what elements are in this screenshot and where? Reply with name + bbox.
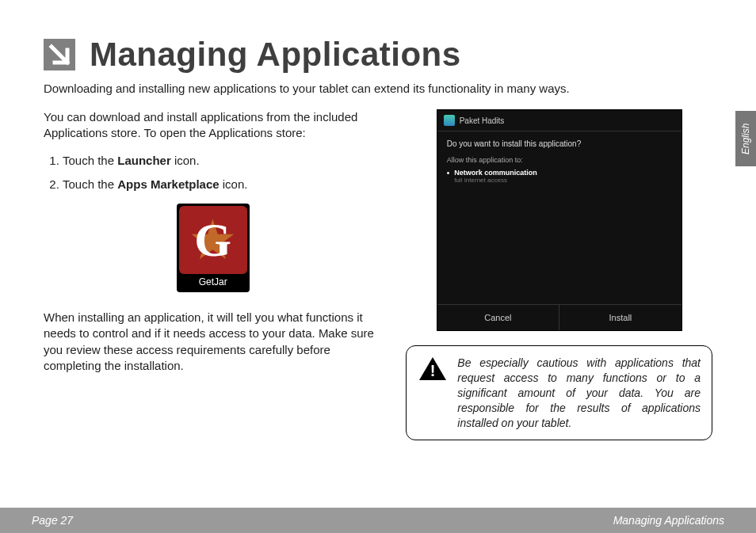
step-1: Touch the Launcher icon.: [63, 153, 382, 169]
step-2: Touch the Apps Marketplace icon.: [63, 177, 382, 192]
caution-text: Be especially cautious with applications…: [457, 356, 701, 430]
footer-section: Managing Applications: [613, 514, 724, 527]
svg-text:!: !: [430, 362, 436, 379]
caution-box: ! Be especially cautious with applicatio…: [406, 345, 712, 440]
allow-label: Allow this application to:: [447, 156, 672, 164]
language-tab[interactable]: English: [735, 111, 756, 166]
permission-title: Network communication: [454, 169, 537, 177]
arrow-down-right-icon: [44, 39, 75, 70]
g-letter: G: [194, 208, 231, 272]
install-dialog-screenshot: Paket Hadits Do you want to install this…: [437, 109, 682, 331]
app-name: Paket Hadits: [460, 116, 505, 125]
page-number: Page 27: [32, 514, 73, 527]
install-note: When installing an application, it will …: [44, 310, 382, 374]
intro-text: Downloading and installing new applicati…: [44, 82, 712, 95]
page-title: Managing Applications: [90, 36, 461, 74]
install-question: Do you want to install this application?: [447, 139, 672, 148]
lead-paragraph: You can download and install application…: [44, 109, 382, 142]
warning-icon: !: [418, 356, 448, 383]
bullet-icon: •: [447, 169, 450, 177]
app-icon: [444, 115, 455, 126]
permission-sub: full Internet access: [454, 177, 537, 184]
install-button[interactable]: Install: [559, 305, 682, 330]
page-footer: Page 27 Managing Applications: [0, 508, 756, 533]
cancel-button[interactable]: Cancel: [437, 305, 560, 330]
getjar-app-icon: ★ G GetJar: [177, 204, 250, 292]
